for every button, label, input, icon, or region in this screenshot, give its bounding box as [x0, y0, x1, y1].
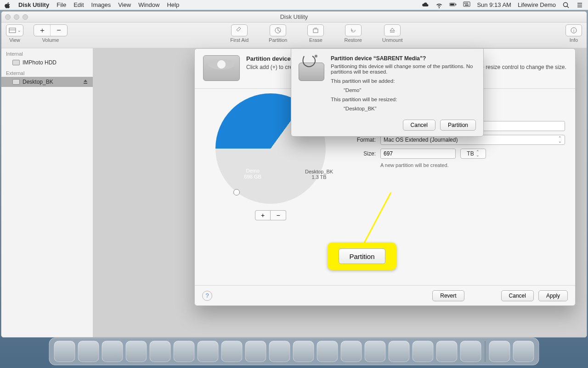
- unmount-label: Unmount: [382, 37, 403, 43]
- menu-help[interactable]: Help: [167, 1, 179, 8]
- svg-rect-6: [467, 3, 468, 4]
- partition-note: A new partition will be created.: [380, 162, 565, 168]
- dock-app-messages[interactable]: [317, 341, 338, 362]
- dock-app-finder[interactable]: [54, 341, 75, 362]
- partition-toolbar-label: Partition: [269, 37, 287, 43]
- volume-add-button[interactable]: ＋: [34, 25, 51, 36]
- pie-resize-handle[interactable]: [233, 189, 240, 196]
- alert-partition-button[interactable]: Partition: [440, 120, 476, 131]
- dock-app-itunes[interactable]: [365, 341, 386, 362]
- close-traffic-light[interactable]: [5, 14, 11, 20]
- size-unit-select[interactable]: TB ⌃⌄: [460, 149, 486, 159]
- svg-rect-1: [450, 4, 454, 6]
- dock-app-reminders[interactable]: [245, 341, 266, 362]
- dock-app-preferences[interactable]: [436, 341, 458, 362]
- zoom-traffic-light[interactable]: [23, 14, 28, 20]
- menu-view[interactable]: View: [118, 1, 131, 8]
- dock-app-notes[interactable]: [221, 341, 243, 362]
- dock-recent-doc[interactable]: [489, 341, 510, 362]
- dock-app-contacts[interactable]: [174, 341, 195, 362]
- battery-icon[interactable]: [449, 1, 457, 9]
- menubar-app-name[interactable]: Disk Utility: [18, 1, 49, 8]
- first-aid-button[interactable]: [231, 24, 248, 36]
- sidebar-external-header: External: [1, 68, 93, 77]
- first-aid-label: First Aid: [230, 37, 249, 43]
- dock-app-maps[interactable]: [269, 341, 290, 362]
- svg-rect-13: [9, 28, 16, 33]
- svg-rect-3: [464, 2, 470, 6]
- keyboard-icon[interactable]: [463, 1, 470, 9]
- confirm-partition-alert: Partition device “SABRENT Media”? Partit…: [291, 48, 484, 137]
- cancel-button[interactable]: Cancel: [501, 290, 534, 301]
- dock-app-photos[interactable]: [293, 341, 314, 362]
- chevron-updown-icon: ⌃⌄: [558, 137, 562, 143]
- toolbar-view-group: ⌄ View: [6, 24, 23, 43]
- remove-partition-button[interactable]: −: [271, 210, 286, 220]
- wifi-icon[interactable]: [435, 1, 443, 9]
- alert-resized-value: “Desktop_BK”: [344, 106, 476, 111]
- sidebar-item-desktop-bk[interactable]: Desktop_BK: [1, 77, 93, 87]
- apple-logo-icon[interactable]: [5, 2, 11, 8]
- size-label: Size:: [346, 150, 376, 157]
- format-value: Mac OS Extended (Journaled): [384, 137, 458, 143]
- dock-app-disk-utility[interactable]: [460, 341, 481, 362]
- restore-button[interactable]: [345, 24, 362, 36]
- add-partition-button[interactable]: +: [255, 210, 271, 220]
- eject-icon[interactable]: [83, 79, 88, 86]
- menu-edit[interactable]: Edit: [74, 1, 84, 8]
- menubar-clock[interactable]: Sun 9:13 AM: [477, 1, 511, 8]
- notification-center-icon[interactable]: [576, 1, 583, 9]
- svg-rect-2: [456, 4, 457, 5]
- menu-images[interactable]: Images: [91, 1, 111, 8]
- partition-toolbar-button[interactable]: [270, 24, 286, 36]
- menu-window[interactable]: Window: [138, 1, 159, 8]
- sidebar-item-imphoto[interactable]: IMPhoto HDD: [1, 58, 93, 68]
- dock-app-siri[interactable]: [78, 341, 99, 362]
- unmount-button[interactable]: [384, 24, 401, 36]
- creative-cloud-icon[interactable]: [422, 1, 429, 9]
- toolbar-volume-group: ＋ − Volume: [34, 24, 68, 43]
- dock-app-launchpad[interactable]: [102, 341, 123, 362]
- svg-point-8: [564, 2, 568, 6]
- dock-app-safari[interactable]: [126, 341, 147, 362]
- dock-app-calendar[interactable]: [198, 341, 219, 362]
- chevron-updown-icon: ⌃⌄: [476, 150, 480, 157]
- sidebar-internal-header: Internal: [1, 48, 93, 58]
- alert-added-header: This partition will be added:: [331, 78, 476, 84]
- size-input[interactable]: [380, 149, 456, 159]
- toolbar: ⌄ View ＋ − Volume First Aid Partition Er…: [1, 23, 587, 48]
- svg-rect-5: [466, 3, 467, 4]
- alert-title: Partition device “SABRENT Media”?: [331, 55, 476, 62]
- dock-app-mail[interactable]: [150, 341, 171, 362]
- help-button[interactable]: ?: [202, 291, 212, 301]
- menubar-user[interactable]: Lifewire Demo: [518, 1, 556, 8]
- dock-app-facetime[interactable]: [341, 341, 362, 362]
- dock-trash[interactable]: [513, 341, 534, 362]
- window-titlebar: Disk Utility: [1, 12, 587, 23]
- alert-cancel-button[interactable]: Cancel: [403, 120, 435, 131]
- toolbar-view-label: View: [9, 37, 20, 43]
- drive-icon: [203, 55, 240, 81]
- dock-app-appstore[interactable]: [413, 341, 434, 362]
- svg-rect-4: [464, 3, 465, 4]
- minimize-traffic-light[interactable]: [14, 14, 19, 20]
- spotlight-icon[interactable]: [562, 1, 570, 9]
- erase-button[interactable]: [307, 24, 324, 36]
- dock: [49, 338, 539, 365]
- menubar: Disk Utility File Edit Images View Windo…: [0, 0, 588, 10]
- info-button[interactable]: i: [565, 24, 582, 36]
- view-mode-button[interactable]: ⌄: [6, 25, 23, 36]
- dock-app-ibooks[interactable]: [389, 341, 410, 362]
- highlight-callout: Partition: [328, 242, 396, 270]
- highlight-partition-button: Partition: [339, 248, 385, 264]
- alert-added-value: “Demo”: [344, 87, 476, 93]
- content-area: 2 TB USB External Physical Volume Disabl…: [93, 48, 587, 337]
- menu-file[interactable]: File: [57, 1, 66, 8]
- volume-remove-button[interactable]: −: [51, 25, 67, 36]
- revert-button[interactable]: Revert: [432, 290, 464, 301]
- pie-bk-label: Desktop_BK1.3 TB: [305, 169, 333, 180]
- toolbar-volume-label: Volume: [42, 37, 59, 43]
- restore-label: Restore: [344, 37, 362, 43]
- apply-button[interactable]: Apply: [538, 290, 568, 301]
- sidebar-item-label: Desktop_BK: [23, 79, 53, 85]
